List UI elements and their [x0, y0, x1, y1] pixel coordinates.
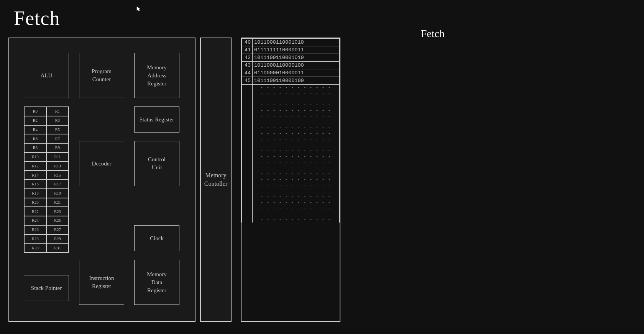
reg-R22: R22 [24, 207, 46, 216]
sidebar-fetch-label: Fetch [421, 28, 445, 40]
memory-dashed-row: - - - - - - - - - - - - [242, 96, 340, 102]
memory-dashed-row: - - - - - - - - - - - - [242, 194, 340, 200]
reg-R3: R3 [46, 116, 69, 125]
memory-dashed-row: - - - - - - - - - - - - [242, 119, 340, 125]
memory-data: 0110000010000011 [253, 69, 340, 77]
memory-dashed-addr [242, 188, 253, 194]
memory-dashed-addr [242, 205, 253, 211]
memory-dashed-row: - - - - - - - - - - - - [242, 90, 340, 96]
reg-R8: R8 [24, 143, 46, 152]
memory-dashed-addr [242, 217, 253, 223]
memory-dashed-addr [242, 131, 253, 136]
reg-R11: R11 [46, 152, 69, 162]
memory-table: 4010110001100010104101111111100000114210… [242, 38, 340, 223]
diagram-container: ALU ProgramCounter MemoryAddressRegister… [8, 38, 365, 322]
memory-dashed-data: - - - - - - - - - - - - [253, 136, 340, 142]
memory-dashed-row: - - - - - - - - - - - - [242, 113, 340, 119]
reg-R21: R21 [46, 198, 69, 207]
memory-dashed-addr [242, 90, 253, 96]
memory-dashed-data: - - - - - - - - - - - - [253, 148, 340, 154]
pc-label: ProgramCounter [92, 67, 112, 84]
memory-dashed-data: - - - - - - - - - - - - [253, 85, 340, 91]
memory-dashed-data: - - - - - - - - - - - - [253, 108, 340, 113]
memory-dashed-row: - - - - - - - - - - - - [242, 211, 340, 217]
memory-dashed-data: - - - - - - - - - - - - [253, 200, 340, 205]
memory-dashed-row: - - - - - - - - - - - - [242, 148, 340, 154]
memory-addr: 43 [242, 62, 253, 69]
memory-addr: 45 [242, 77, 253, 85]
reg-R27: R27 [46, 225, 69, 234]
memory-dashed-addr [242, 108, 253, 113]
reg-R19: R19 [46, 189, 69, 198]
memory-dashed-addr [242, 165, 253, 171]
mar-block: MemoryAddressRegister [134, 53, 179, 98]
memory-dashed-data: - - - - - - - - - - - - [253, 159, 340, 165]
reg-R4: R4 [24, 125, 46, 134]
memory-dashed-data: - - - - - - - - - - - - [253, 211, 340, 217]
memory-dashed-row: - - - - - - - - - - - - [242, 125, 340, 131]
memory-dashed-data: - - - - - - - - - - - - [253, 90, 340, 96]
memory-data: 1011000110000100 [253, 62, 340, 69]
reg-R15: R15 [46, 170, 69, 180]
memory-dashed-addr [242, 125, 253, 131]
reg-R5: R5 [46, 125, 69, 134]
memory-dashed-row: - - - - - - - - - - - - [242, 200, 340, 205]
memory-data: 1011100110000100 [253, 77, 340, 85]
memory-dashed-data: - - - - - - - - - - - - [253, 142, 340, 148]
register-file-block: R0 R1 R2 R3 R4 R5 R6 R7 R8 R9 R10 R11 R1… [24, 106, 69, 253]
memory-dashed-addr [242, 142, 253, 148]
memory-addr: 40 [242, 39, 253, 46]
reg-R24: R24 [24, 216, 46, 225]
reg-R20: R20 [24, 198, 46, 207]
memory-dashed-row: - - - - - - - - - - - - [242, 154, 340, 159]
memory-dashed-addr [242, 113, 253, 119]
memory-dashed-addr [242, 194, 253, 200]
memory-dashed-addr [242, 177, 253, 182]
memory-dashed-data: - - - - - - - - - - - - [253, 102, 340, 108]
memory-dashed-row: - - - - - - - - - - - - [242, 188, 340, 194]
memory-dashed-data: - - - - - - - - - - - - [253, 217, 340, 223]
clock-block: Clock [134, 225, 179, 251]
memory-dashed-row: - - - - - - - - - - - - [242, 205, 340, 211]
reg-R28: R28 [24, 234, 46, 244]
memory-dashed-data: - - - - - - - - - - - - [253, 177, 340, 182]
reg-R12: R12 [24, 162, 46, 171]
svg-marker-0 [137, 7, 140, 11]
reg-R7: R7 [46, 134, 69, 143]
memory-controller-label: MemoryContoller [204, 171, 227, 188]
sp-label: Stack Pointer [31, 284, 62, 292]
memory-dashed-data: - - - - - - - - - - - - [253, 119, 340, 125]
decoder-label: Decoder [92, 160, 112, 168]
memory-dashed-data: - - - - - - - - - - - - [253, 96, 340, 102]
memory-data: 1011000110001010 [253, 39, 340, 46]
memory-dashed-row: - - - - - - - - - - - - [242, 217, 340, 223]
memory-dashed-data: - - - - - - - - - - - - [253, 182, 340, 188]
memory-addr: 44 [242, 69, 253, 77]
memory-dashed-row: - - - - - - - - - - - - [242, 108, 340, 113]
memory-dashed-data: - - - - - - - - - - - - [253, 125, 340, 131]
memory-dashed-row: - - - - - - - - - - - - [242, 171, 340, 177]
memory-dashed-addr [242, 182, 253, 188]
reg-R23: R23 [46, 207, 69, 216]
memory-dashed-addr [242, 136, 253, 142]
control-unit-block: ControlUnit [134, 141, 179, 186]
memory-dashed-data: - - - - - - - - - - - - [253, 131, 340, 136]
reg-R14: R14 [24, 170, 46, 180]
memory-dashed-data: - - - - - - - - - - - - [253, 171, 340, 177]
memory-dashed-row: - - - - - - - - - - - - [242, 165, 340, 171]
memory-row: 410111111110000011 [242, 46, 340, 54]
memory-dashed-addr [242, 159, 253, 165]
reg-R25: R25 [46, 216, 69, 225]
memory-dashed-addr [242, 85, 253, 91]
mdr-block: MemoryDataRegister [134, 260, 179, 305]
alu-block: ALU [24, 53, 69, 98]
memory-dashed-data: - - - - - - - - - - - - [253, 188, 340, 194]
memory-dashed-addr [242, 96, 253, 102]
memory-dashed-row: - - - - - - - - - - - - [242, 102, 340, 108]
memory-dashed-row: - - - - - - - - - - - - [242, 136, 340, 142]
status-register-block: Status Register [134, 106, 179, 133]
reg-R2: R2 [24, 116, 46, 125]
memory-dashed-addr [242, 102, 253, 108]
reg-R16: R16 [24, 180, 46, 189]
memory-dashed-addr [242, 211, 253, 217]
